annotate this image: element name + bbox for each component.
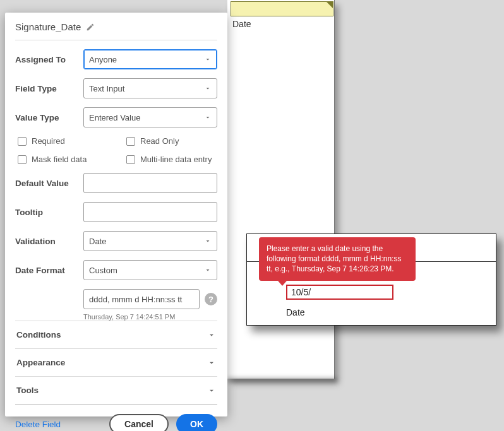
default-value-input[interactable] bbox=[83, 173, 217, 193]
validation-error-tooltip: Please enter a valid date using the foll… bbox=[259, 237, 416, 281]
date-format-select[interactable]: Custom bbox=[83, 260, 217, 280]
delete-field-link[interactable]: Delete Field bbox=[15, 420, 61, 429]
validation-label: Validation bbox=[15, 237, 83, 246]
cancel-button[interactable]: Cancel bbox=[109, 414, 169, 431]
multiline-checkbox[interactable] bbox=[126, 155, 135, 164]
tooltip-label: Tooltip bbox=[15, 208, 83, 217]
field-type-label: Field Type bbox=[15, 84, 83, 93]
accordion-appearance[interactable]: Appearance bbox=[15, 348, 217, 376]
tooltip-input[interactable] bbox=[83, 202, 217, 222]
chevron-down-icon bbox=[207, 386, 216, 395]
value-type-select[interactable]: Entered Value bbox=[83, 107, 217, 127]
format-preview: Thursday, Sep 7 14:24:51 PM bbox=[83, 313, 217, 321]
multiline-label: Multi-line data entry bbox=[140, 155, 212, 164]
chevron-down-icon bbox=[204, 85, 212, 92]
assigned-to-label: Assigned To bbox=[15, 55, 83, 64]
field-name-title: Signature_Date bbox=[15, 21, 81, 32]
chevron-down-icon bbox=[204, 114, 212, 121]
default-value-label: Default Value bbox=[15, 179, 83, 188]
required-checkbox[interactable] bbox=[18, 137, 27, 146]
validation-select[interactable]: Date bbox=[83, 231, 217, 251]
date-format-label: Date Format bbox=[15, 266, 83, 275]
date-input-invalid[interactable]: 10/5/ bbox=[286, 285, 393, 300]
chevron-down-icon bbox=[207, 331, 216, 339]
pencil-icon[interactable] bbox=[86, 23, 95, 32]
required-label: Required bbox=[32, 136, 65, 146]
chevron-down-icon bbox=[204, 237, 212, 245]
chevron-down-icon bbox=[207, 358, 216, 367]
read-only-checkbox[interactable] bbox=[126, 137, 135, 146]
mask-label: Mask field data bbox=[32, 155, 87, 164]
help-icon[interactable]: ? bbox=[205, 293, 217, 305]
field-chip-label: Date bbox=[232, 19, 251, 29]
ok-button[interactable]: OK bbox=[176, 414, 217, 431]
field-properties-panel: Signature_Date Assigned To Anyone Field … bbox=[5, 13, 227, 416]
accordion-conditions[interactable]: Conditions bbox=[15, 321, 217, 348]
accordion-tools[interactable]: Tools bbox=[15, 376, 217, 404]
date-field-label: Date bbox=[286, 307, 305, 317]
read-only-label: Read Only bbox=[140, 136, 179, 146]
format-string-input[interactable]: dddd, mmm d HH:nn:ss tt bbox=[83, 289, 200, 309]
value-type-label: Value Type bbox=[15, 113, 83, 122]
signature-date-field-chip[interactable] bbox=[231, 1, 333, 16]
chevron-down-icon bbox=[204, 266, 212, 274]
field-type-select[interactable]: Text Input bbox=[83, 78, 217, 98]
chevron-down-icon bbox=[204, 56, 212, 63]
assigned-to-select[interactable]: Anyone bbox=[83, 49, 217, 69]
mask-checkbox[interactable] bbox=[18, 155, 27, 164]
